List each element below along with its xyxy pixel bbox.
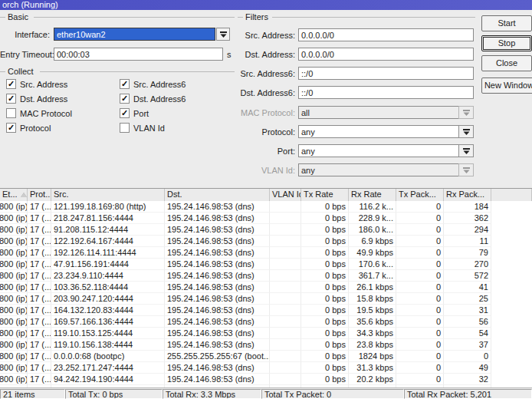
column-header-tx-pack-[interactable]: Tx Pack... (396, 189, 444, 201)
cell-tx: 0 bps (301, 224, 349, 236)
checkbox-src-address[interactable]: ✓ (6, 79, 16, 89)
cell-eth: 800 (ip) (0, 362, 28, 374)
cell-rx: 35.6 kbps (349, 316, 396, 328)
column-header-tx-rate[interactable]: Tx Rate (301, 189, 349, 201)
filter-input-src-address-[interactable]: 0.0.0.0/0 (298, 28, 474, 41)
filter-dropdown-icon[interactable] (458, 144, 474, 157)
new-window-button[interactable]: New Window (481, 77, 532, 94)
table-row[interactable]: 800 (ip)17 (...103.36.52.118:4444195.24.… (0, 282, 532, 293)
table-row[interactable]: 800 (ip)17 (...121.199.18.169:80 (http)1… (0, 201, 532, 213)
cell-rx: 1824 bps (349, 351, 396, 362)
cell-dst: 195.24.146.98:53 (dns) (165, 259, 270, 270)
cell-txp: 0 (396, 351, 444, 362)
column-header-rx-rate[interactable]: Rx Rate (349, 189, 396, 201)
filter-label-src-address6-: Src. Address6: (230, 69, 295, 78)
table-row[interactable]: 800 (ip)17 (...91.208.115.12:4444195.24.… (0, 224, 532, 236)
checkbox-protocol[interactable]: ✓ (6, 123, 16, 133)
cell-vlan (270, 362, 301, 374)
checkbox-dst-address6[interactable]: ✓ (120, 94, 130, 104)
cell-dst: 195.24.146.98:53 (dns) (165, 328, 270, 339)
table-row[interactable]: 800 (ip)17 (...122.192.64.167:4444195.24… (0, 236, 532, 247)
table-row[interactable]: 800 (ip)17 (...164.132.120.83:4444195.24… (0, 305, 532, 316)
cell-eth: 800 (ip) (0, 339, 28, 351)
column-header-prot-[interactable]: Prot... (28, 189, 51, 201)
filter-dropdown-icon[interactable] (458, 125, 474, 138)
filter-input-protocol-[interactable]: any (298, 125, 459, 138)
table-row[interactable]: 800 (ip)17 (...0.0.0.0:68 (bootpc)255.25… (0, 351, 532, 362)
table-row[interactable]: 800 (ip)17 (...169.57.166.136:4444195.24… (0, 316, 532, 328)
cell-src: 218.247.81.156:4444 (51, 213, 165, 224)
cell-txp: 0 (396, 305, 444, 316)
collect-group-line-left (0, 71, 5, 72)
filter-label-dst-address-: Dst. Address: (230, 50, 295, 59)
stop-button[interactable]: Stop (481, 35, 532, 51)
column-header-vlan-id[interactable]: VLAN Id (270, 189, 301, 201)
filter-input-dst-address6-[interactable]: ::/0 (298, 86, 474, 99)
filter-input-dst-address-[interactable]: 0.0.0.0/0 (298, 48, 474, 61)
table-row[interactable]: 800 (ip)17 (...119.10.156.138:4444195.24… (0, 339, 532, 351)
checkbox-mac-protocol[interactable] (6, 108, 16, 118)
cell-vlan (270, 293, 301, 305)
cell-src: 122.192.64.167:4444 (51, 236, 165, 247)
cell-eth: 800 (ip) (0, 213, 28, 224)
table-row[interactable]: 800 (ip)17 (...47.91.156.191:4444195.24.… (0, 259, 532, 270)
table-row[interactable]: 800 (ip)17 (...94.242.194.190:4444195.24… (0, 374, 532, 385)
status-total-rx: Total Rx: 3.3 Mbps (163, 389, 261, 399)
cell-txp: 0 (396, 282, 444, 293)
cell-rx: 26.1 kbps (349, 282, 396, 293)
interface-dropdown-icon[interactable] (216, 28, 230, 41)
column-header-rx-pack-[interactable]: Rx Pack... (444, 189, 491, 201)
table-row[interactable]: 800 (ip)17 (...203.90.247.120:4444195.24… (0, 293, 532, 305)
column-header-dst-[interactable]: Dst. (165, 189, 270, 201)
table-row[interactable]: 800 (ip)17 (...23.252.171.247:4444195.24… (0, 362, 532, 374)
cell-txp: 0 (396, 213, 444, 224)
cell-rxp: 41 (444, 282, 491, 293)
checkbox-port[interactable]: ✓ (120, 108, 130, 118)
table-row[interactable]: 800 (ip)17 (...218.247.81.156:4444195.24… (0, 213, 532, 224)
cell-prot: 17 (... (28, 224, 51, 236)
checkbox-label: Src. Address (20, 80, 67, 89)
checkbox-label: Dst. Address (20, 94, 67, 104)
interface-combo[interactable]: ether10wan2 (54, 28, 215, 41)
torch-results-table: Et...Prot...Src.Dst.VLAN IdTx RateRx Rat… (0, 188, 532, 387)
cell-prot: 17 (... (28, 259, 51, 270)
cell-rxp: 294 (444, 224, 491, 236)
cell-txp: 0 (396, 339, 444, 351)
window-titlebar[interactable]: orch (Running) (0, 0, 532, 10)
cell-tx: 0 bps (301, 213, 349, 224)
filter-input-src-address6-[interactable]: ::/0 (298, 67, 474, 80)
cell-tx: 0 bps (301, 339, 349, 351)
cell-rx: 228.9 k... (349, 213, 396, 224)
cell-dst: 195.24.146.98:53 (dns) (165, 293, 270, 305)
cell-dst: 255.255.255.255:67 (boot... (165, 351, 270, 362)
cell-tx: 0 bps (301, 305, 349, 316)
column-header-et-[interactable]: Et... (0, 189, 28, 201)
cell-rxp: 31 (444, 305, 491, 316)
column-header-src-[interactable]: Src. (51, 189, 165, 201)
cell-vlan (270, 270, 301, 282)
cell-tx: 0 bps (301, 374, 349, 385)
close-button[interactable]: Close (481, 55, 532, 71)
cell-dst: 195.24.146.98:53 (dns) (165, 270, 270, 282)
filters-group-line-left (238, 17, 243, 18)
checkbox-dst-address[interactable]: ✓ (6, 94, 16, 104)
cell-dst: 195.24.146.98:53 (dns) (165, 201, 270, 213)
entry-timeout-value: 00:00:03 (57, 50, 90, 59)
checkbox-vlan-id[interactable] (120, 123, 130, 133)
cell-eth: 800 (ip) (0, 259, 28, 270)
entry-timeout-input[interactable]: 00:00:03 (54, 48, 223, 61)
checkbox-label: VLAN Id (133, 124, 165, 133)
filter-label-vlan-id-: VLAN Id: (230, 166, 295, 175)
entry-timeout-label: Entry Timeout: (0, 50, 50, 59)
start-button[interactable]: Start (481, 15, 532, 31)
table-row[interactable]: 800 (ip)17 (...23.234.9.110:4444195.24.1… (0, 270, 532, 282)
table-row[interactable]: 800 (ip)17 (...119.10.153.125:4444195.24… (0, 328, 532, 339)
checkbox-src-address6[interactable]: ✓ (120, 79, 130, 89)
filter-input-port-[interactable]: any (298, 144, 459, 157)
cell-rxp: 79 (444, 247, 491, 259)
status-total-tx-packet: Total Tx Packet: 0 (261, 389, 404, 399)
cell-txp: 0 (396, 236, 444, 247)
table-row[interactable]: 800 (ip)17 (...192.126.114.111:4444195.2… (0, 247, 532, 259)
cell-prot: 17 (... (28, 270, 51, 282)
filters-group-label: Filters (245, 12, 268, 21)
